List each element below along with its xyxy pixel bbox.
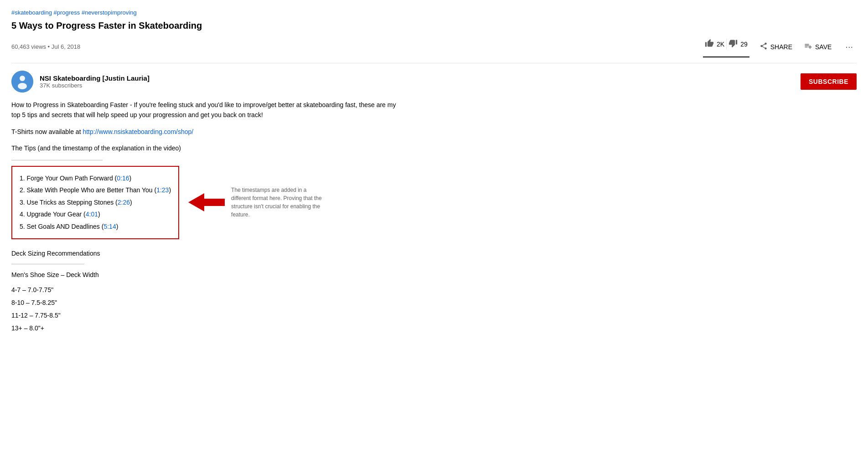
tip-2-timestamp[interactable]: 1:23 xyxy=(156,186,169,194)
dislike-count: 29 xyxy=(740,41,748,48)
description-main: How to Progress in Skateboarding Faster … xyxy=(11,100,403,120)
subscribe-button[interactable]: SUBSCRIBE xyxy=(801,73,857,90)
action-buttons: 2K 29 SHARE xyxy=(703,36,857,57)
tip-4-timestamp[interactable]: 4:01 xyxy=(86,211,98,218)
dislike-icon xyxy=(728,39,738,49)
red-arrow-icon xyxy=(188,191,225,214)
separator: • xyxy=(48,43,52,50)
sizing-row-2: 8-10 – 7.5-8.25" xyxy=(11,296,403,309)
save-label: SAVE xyxy=(815,43,832,51)
tip-2: 2. Skate With People Who are Better Than… xyxy=(20,184,171,196)
sizing-row-4: 13+ – 8.0"+ xyxy=(11,322,403,334)
page-container: #skateboarding #progress #neverstopimpro… xyxy=(0,0,868,353)
share-label: SHARE xyxy=(770,43,792,51)
video-title: 5 Ways to Progress Faster in Skateboardi… xyxy=(11,20,857,31)
sizing-row-3: 11-12 – 7.75-8.5" xyxy=(11,309,403,322)
more-button[interactable]: ··· xyxy=(842,40,857,54)
tip-5: 5. Set Goals AND Deadlines (5:14) xyxy=(20,221,171,233)
tshirts-link[interactable]: http://www.nsiskateboarding.com/shop/ xyxy=(83,128,193,135)
description-area: How to Progress in Skateboarding Faster … xyxy=(11,100,403,334)
deck-divider xyxy=(11,264,84,264)
tshirts-prefix: T-Shirts now available at xyxy=(11,128,83,135)
tip-1-timestamp[interactable]: 0:16 xyxy=(117,175,129,182)
like-button[interactable]: 2K xyxy=(703,36,726,52)
dislike-button[interactable]: 29 xyxy=(727,36,749,52)
save-button[interactable]: SAVE xyxy=(802,39,833,54)
tips-box: 1. Forge Your Own Path Forward (0:16) 2.… xyxy=(11,166,179,239)
sizing-label: Men's Shoe Size – Deck Width xyxy=(11,270,403,280)
share-button[interactable]: SHARE xyxy=(758,39,794,54)
tip-5-timestamp[interactable]: 5:14 xyxy=(103,223,116,230)
like-count: 2K xyxy=(717,41,724,48)
description-tshirts: T-Shirts now available at http://www.nsi… xyxy=(11,127,403,137)
sizing-row-1: 4-7 – 7.0-7.75" xyxy=(11,283,403,296)
channel-row: NSI Skateboarding [Justin Lauria] 37K su… xyxy=(11,71,857,93)
channel-subscribers: 37K subscribers xyxy=(40,82,150,89)
upload-date: Jul 6, 2018 xyxy=(52,43,81,50)
channel-info: NSI Skateboarding [Justin Lauria] 37K su… xyxy=(40,74,150,89)
svg-point-1 xyxy=(20,76,25,81)
tips-divider xyxy=(11,160,103,160)
annotation-text: The timestamps are added in a different … xyxy=(231,186,322,219)
views-date: 60,463 views • Jul 6, 2018 xyxy=(11,43,80,50)
svg-point-2 xyxy=(18,83,27,89)
tip-4: 4. Upgrade Your Gear (4:01) xyxy=(20,208,171,221)
tip-3: 3. Use Tricks as Stepping Stones (2:26) xyxy=(20,196,171,209)
tip-3-timestamp[interactable]: 2:26 xyxy=(118,199,130,206)
like-icon xyxy=(705,39,714,49)
share-icon xyxy=(760,42,768,51)
view-count: 60,463 views xyxy=(11,43,46,50)
svg-marker-3 xyxy=(188,193,225,211)
video-meta-row: 60,463 views • Jul 6, 2018 2K 29 xyxy=(11,36,857,63)
tips-heading-text: The Tips (and the timestamp of the expla… xyxy=(11,143,403,153)
save-icon xyxy=(804,42,812,51)
like-dislike-group: 2K 29 xyxy=(703,36,749,57)
channel-left: NSI Skateboarding [Justin Lauria] 37K su… xyxy=(11,71,150,93)
tip-1: 1. Forge Your Own Path Forward (0:16) xyxy=(20,172,171,185)
hashtags[interactable]: #skateboarding #progress #neverstopimpro… xyxy=(11,9,857,16)
deck-section-heading: Deck Sizing Recommendations xyxy=(11,248,403,258)
channel-name[interactable]: NSI Skateboarding [Justin Lauria] xyxy=(40,74,150,82)
channel-avatar[interactable] xyxy=(11,71,33,93)
